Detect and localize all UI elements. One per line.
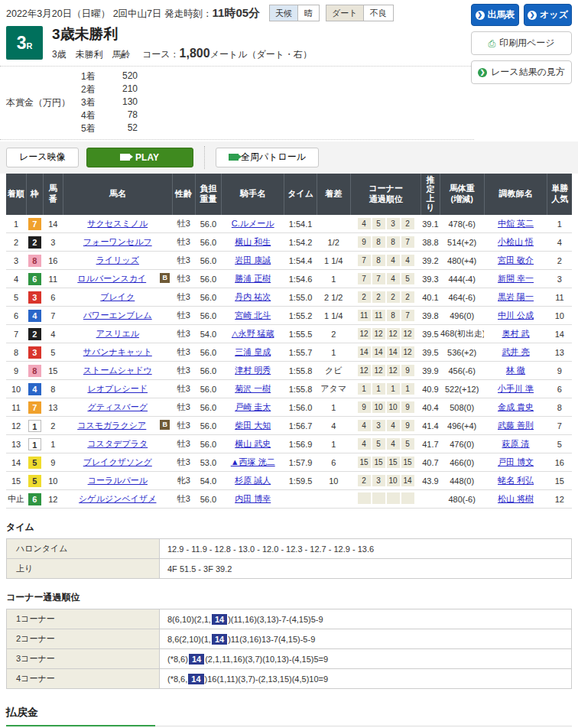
horse-link[interactable]: ブレイク	[100, 292, 135, 301]
trainer-link[interactable]: 戸田 博文	[498, 457, 534, 466]
horse-link[interactable]: ブレイクザソング	[83, 457, 152, 466]
horse-link[interactable]: フォーワンセルフ	[83, 237, 152, 246]
highlighted-horse-number: 14	[189, 654, 204, 665]
sex-age: 牡3	[172, 362, 195, 380]
jockey-cell: 内田 博幸	[221, 490, 284, 509]
trainer-link[interactable]: 小桧山 悟	[498, 237, 534, 246]
finish-time	[284, 490, 317, 509]
finish-position: 4	[6, 270, 26, 288]
trainer-link[interactable]: 武藤 善則	[498, 421, 534, 430]
horse-link[interactable]: シゲルジンベイザメ	[79, 494, 156, 503]
horse-link[interactable]: レオプレシード	[88, 384, 148, 393]
trainer-link[interactable]: 蛯名 利弘	[498, 476, 534, 485]
corner-position-box: 12	[372, 328, 385, 340]
jockey-link[interactable]: ▲西塚 洸二	[231, 457, 275, 466]
page-actions: ❯ 出馬表 ❯ オッズ ⎙ 印刷用ページ ❯ レース結果の見方	[471, 4, 572, 84]
trainer-link[interactable]: 新開 幸一	[498, 274, 534, 283]
jockey-link[interactable]: 津村 明秀	[235, 366, 271, 375]
horse-link[interactable]: アスリエル	[96, 329, 139, 338]
horse-weight: 536(+2)	[440, 343, 484, 362]
jockey-link[interactable]: 宮崎 北斗	[235, 310, 271, 320]
horse-link[interactable]: グティスバーグ	[88, 402, 148, 411]
blinker-badge: B	[160, 273, 170, 283]
corner-position-box: 1	[401, 383, 414, 395]
trainer-link[interactable]: 松山 将樹	[498, 494, 534, 503]
jockey-link[interactable]: 岩田 康誠	[235, 255, 271, 265]
horse-link[interactable]: パワーエンブレム	[83, 310, 152, 320]
jockey-link[interactable]: 菊沢 一樹	[235, 384, 271, 393]
corner-position-box: 4	[358, 438, 371, 450]
finish-position: 6	[6, 307, 26, 325]
finish-time: 1:55.8	[284, 362, 317, 380]
entries-button[interactable]: ❯ 出馬表	[471, 4, 519, 26]
jockey-link[interactable]: 勝浦 正樹	[235, 274, 271, 283]
margin: 1	[317, 398, 350, 417]
trainer-link[interactable]: 中川 公成	[498, 310, 534, 320]
horse-link[interactable]: サクセスミノル	[87, 219, 148, 228]
horse-link[interactable]: コーラルパール	[88, 476, 148, 485]
corner-positions: 7745	[350, 270, 421, 288]
trainer-link[interactable]: 林 徹	[506, 366, 525, 375]
corner-position-box: 9	[401, 420, 414, 431]
jockey-cell: ▲西塚 洸二	[221, 453, 284, 472]
jockey-link[interactable]: 横山 和生	[235, 237, 271, 246]
trainer-cell: 林 徹	[484, 362, 547, 380]
trainer-link[interactable]: 中舘 英二	[498, 219, 534, 228]
horse-weight: 496(0)	[440, 307, 484, 325]
finish-position: 12	[6, 417, 26, 435]
horse-link[interactable]: ロルバーンスカイ	[77, 274, 146, 283]
last-3f: 40.4	[421, 398, 440, 417]
trainer-link[interactable]: 武井 亮	[502, 347, 530, 356]
payout-title-underline	[6, 724, 572, 726]
corner-position-box: 5	[401, 438, 414, 450]
trainer-cell: 金成 貴史	[484, 398, 547, 417]
odds-button-label: オッズ	[540, 8, 568, 21]
course-label: コース：	[142, 49, 180, 60]
horse-link[interactable]: コスモガラクシア	[77, 421, 146, 430]
trainer-link[interactable]: 奥村 武	[502, 329, 530, 338]
result-guide-button[interactable]: ❯ レース結果の見方	[471, 60, 572, 84]
horse-link[interactable]: コスタデプラタ	[87, 439, 148, 448]
jockey-link[interactable]: 杉原 誠人	[235, 476, 271, 485]
horse-link[interactable]: ライリッズ	[96, 255, 139, 265]
corner-position-box: 15	[387, 457, 400, 468]
jockey-link[interactable]: △永野 猛蔵	[232, 329, 274, 338]
finish-time: 1:55.5	[284, 325, 317, 343]
jockey-link[interactable]: 内田 博幸	[235, 494, 271, 503]
jockey-link[interactable]: C.ルメール	[232, 219, 274, 228]
jockey-link[interactable]: 横山 武史	[235, 439, 271, 448]
horse-link[interactable]: ストームシャドウ	[83, 366, 152, 375]
jockey-link[interactable]: 戸崎 圭太	[235, 402, 271, 411]
race-video-button[interactable]: レース映像	[6, 148, 79, 167]
finish-time: 1:56.7	[284, 417, 317, 435]
odds-button[interactable]: ❯ オッズ	[524, 4, 572, 26]
trainer-link[interactable]: 金成 貴史	[498, 402, 534, 411]
horse-number: 8	[43, 380, 63, 398]
trainer-link[interactable]: 黒岩 陽一	[498, 292, 534, 301]
horse-number: 5	[43, 343, 63, 362]
margin	[317, 490, 350, 509]
patrol-video-button[interactable]: 全周パトロール	[216, 148, 319, 167]
corner-positions: 4349	[350, 417, 421, 435]
corner-positions: 1212129	[350, 362, 421, 380]
horse-number: 12	[43, 490, 63, 509]
jockey-cell: △永野 猛蔵	[221, 325, 284, 343]
play-button[interactable]: PLAY	[86, 148, 193, 167]
corner-order-row: 1コーナー8(6,10)(2,1,14)(11,16)(3,13)-7-(4,1…	[7, 609, 572, 629]
start-time-value: 11時05分	[213, 6, 261, 19]
trainer-link[interactable]: 小手川 準	[498, 384, 534, 393]
print-page-button[interactable]: ⎙ 印刷用ページ	[471, 31, 572, 55]
sex-age: 牡3	[172, 252, 195, 270]
corner-position-box: 9	[358, 401, 371, 413]
corner-position-box: 10	[372, 401, 385, 413]
finish-position: 15	[6, 472, 26, 490]
jockey-link[interactable]: 柴田 大知	[235, 421, 271, 430]
track-condition-value: 不良	[364, 5, 393, 21]
horse-link[interactable]: サバンナキャット	[83, 347, 152, 356]
jockey-link[interactable]: 丹内 祐次	[235, 292, 271, 301]
jockey-cell: 横山 和生	[221, 233, 284, 252]
jockey-link[interactable]: 三浦 皇成	[235, 347, 271, 356]
trainer-link[interactable]: 萩原 清	[502, 439, 530, 448]
trainer-cell: 中舘 英二	[484, 215, 547, 233]
trainer-link[interactable]: 宮田 敬介	[498, 255, 534, 265]
